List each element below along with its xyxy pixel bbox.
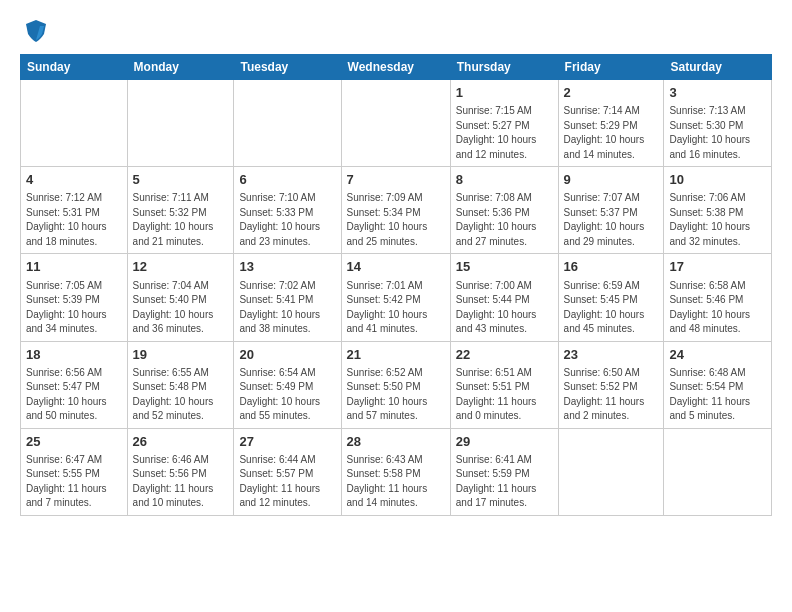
calendar-week-row: 4Sunrise: 7:12 AMSunset: 5:31 PMDaylight… [21, 167, 772, 254]
calendar-cell [21, 80, 128, 167]
calendar-cell: 10Sunrise: 7:06 AMSunset: 5:38 PMDayligh… [664, 167, 772, 254]
calendar-cell: 7Sunrise: 7:09 AMSunset: 5:34 PMDaylight… [341, 167, 450, 254]
day-number: 7 [347, 171, 445, 189]
calendar-week-row: 11Sunrise: 7:05 AMSunset: 5:39 PMDayligh… [21, 254, 772, 341]
day-number: 21 [347, 346, 445, 364]
day-number: 1 [456, 84, 553, 102]
calendar-cell: 14Sunrise: 7:01 AMSunset: 5:42 PMDayligh… [341, 254, 450, 341]
day-number: 24 [669, 346, 766, 364]
calendar: SundayMondayTuesdayWednesdayThursdayFrid… [20, 54, 772, 516]
day-number: 15 [456, 258, 553, 276]
day-number: 13 [239, 258, 335, 276]
day-info: Sunrise: 6:41 AMSunset: 5:59 PMDaylight:… [456, 453, 553, 511]
calendar-cell: 24Sunrise: 6:48 AMSunset: 5:54 PMDayligh… [664, 341, 772, 428]
day-info: Sunrise: 7:02 AMSunset: 5:41 PMDaylight:… [239, 279, 335, 337]
day-info: Sunrise: 6:47 AMSunset: 5:55 PMDaylight:… [26, 453, 122, 511]
day-info: Sunrise: 7:10 AMSunset: 5:33 PMDaylight:… [239, 191, 335, 249]
calendar-cell: 9Sunrise: 7:07 AMSunset: 5:37 PMDaylight… [558, 167, 664, 254]
day-info: Sunrise: 6:50 AMSunset: 5:52 PMDaylight:… [564, 366, 659, 424]
day-number: 25 [26, 433, 122, 451]
calendar-cell: 29Sunrise: 6:41 AMSunset: 5:59 PMDayligh… [450, 428, 558, 515]
calendar-week-row: 25Sunrise: 6:47 AMSunset: 5:55 PMDayligh… [21, 428, 772, 515]
day-number: 27 [239, 433, 335, 451]
day-info: Sunrise: 6:52 AMSunset: 5:50 PMDaylight:… [347, 366, 445, 424]
day-info: Sunrise: 7:09 AMSunset: 5:34 PMDaylight:… [347, 191, 445, 249]
calendar-cell: 17Sunrise: 6:58 AMSunset: 5:46 PMDayligh… [664, 254, 772, 341]
day-info: Sunrise: 6:59 AMSunset: 5:45 PMDaylight:… [564, 279, 659, 337]
weekday-header: Saturday [664, 55, 772, 80]
day-number: 3 [669, 84, 766, 102]
weekday-header-row: SundayMondayTuesdayWednesdayThursdayFrid… [21, 55, 772, 80]
day-info: Sunrise: 6:43 AMSunset: 5:58 PMDaylight:… [347, 453, 445, 511]
logo-icon [22, 16, 50, 44]
day-number: 4 [26, 171, 122, 189]
day-info: Sunrise: 6:51 AMSunset: 5:51 PMDaylight:… [456, 366, 553, 424]
day-info: Sunrise: 7:04 AMSunset: 5:40 PMDaylight:… [133, 279, 229, 337]
weekday-header: Thursday [450, 55, 558, 80]
calendar-week-row: 18Sunrise: 6:56 AMSunset: 5:47 PMDayligh… [21, 341, 772, 428]
calendar-week-row: 1Sunrise: 7:15 AMSunset: 5:27 PMDaylight… [21, 80, 772, 167]
weekday-header: Friday [558, 55, 664, 80]
logo-text [20, 16, 50, 44]
calendar-cell: 16Sunrise: 6:59 AMSunset: 5:45 PMDayligh… [558, 254, 664, 341]
day-number: 10 [669, 171, 766, 189]
calendar-cell: 28Sunrise: 6:43 AMSunset: 5:58 PMDayligh… [341, 428, 450, 515]
day-info: Sunrise: 7:12 AMSunset: 5:31 PMDaylight:… [26, 191, 122, 249]
day-number: 22 [456, 346, 553, 364]
day-info: Sunrise: 7:14 AMSunset: 5:29 PMDaylight:… [564, 104, 659, 162]
calendar-cell [664, 428, 772, 515]
day-info: Sunrise: 7:13 AMSunset: 5:30 PMDaylight:… [669, 104, 766, 162]
calendar-cell: 3Sunrise: 7:13 AMSunset: 5:30 PMDaylight… [664, 80, 772, 167]
day-info: Sunrise: 6:55 AMSunset: 5:48 PMDaylight:… [133, 366, 229, 424]
day-number: 28 [347, 433, 445, 451]
day-number: 5 [133, 171, 229, 189]
calendar-cell [558, 428, 664, 515]
day-info: Sunrise: 7:01 AMSunset: 5:42 PMDaylight:… [347, 279, 445, 337]
calendar-cell: 13Sunrise: 7:02 AMSunset: 5:41 PMDayligh… [234, 254, 341, 341]
header [20, 16, 772, 44]
day-number: 9 [564, 171, 659, 189]
day-number: 18 [26, 346, 122, 364]
calendar-cell: 19Sunrise: 6:55 AMSunset: 5:48 PMDayligh… [127, 341, 234, 428]
calendar-cell: 22Sunrise: 6:51 AMSunset: 5:51 PMDayligh… [450, 341, 558, 428]
day-info: Sunrise: 7:11 AMSunset: 5:32 PMDaylight:… [133, 191, 229, 249]
day-info: Sunrise: 6:58 AMSunset: 5:46 PMDaylight:… [669, 279, 766, 337]
weekday-header: Monday [127, 55, 234, 80]
calendar-cell: 26Sunrise: 6:46 AMSunset: 5:56 PMDayligh… [127, 428, 234, 515]
calendar-cell: 15Sunrise: 7:00 AMSunset: 5:44 PMDayligh… [450, 254, 558, 341]
calendar-cell: 4Sunrise: 7:12 AMSunset: 5:31 PMDaylight… [21, 167, 128, 254]
logo [20, 16, 50, 44]
day-info: Sunrise: 7:08 AMSunset: 5:36 PMDaylight:… [456, 191, 553, 249]
day-number: 20 [239, 346, 335, 364]
day-info: Sunrise: 6:54 AMSunset: 5:49 PMDaylight:… [239, 366, 335, 424]
calendar-cell [341, 80, 450, 167]
calendar-cell: 27Sunrise: 6:44 AMSunset: 5:57 PMDayligh… [234, 428, 341, 515]
day-number: 2 [564, 84, 659, 102]
page: SundayMondayTuesdayWednesdayThursdayFrid… [0, 0, 792, 526]
day-number: 23 [564, 346, 659, 364]
calendar-cell: 11Sunrise: 7:05 AMSunset: 5:39 PMDayligh… [21, 254, 128, 341]
calendar-cell: 5Sunrise: 7:11 AMSunset: 5:32 PMDaylight… [127, 167, 234, 254]
day-number: 26 [133, 433, 229, 451]
calendar-cell: 1Sunrise: 7:15 AMSunset: 5:27 PMDaylight… [450, 80, 558, 167]
calendar-cell: 21Sunrise: 6:52 AMSunset: 5:50 PMDayligh… [341, 341, 450, 428]
day-info: Sunrise: 6:46 AMSunset: 5:56 PMDaylight:… [133, 453, 229, 511]
day-info: Sunrise: 7:00 AMSunset: 5:44 PMDaylight:… [456, 279, 553, 337]
calendar-cell: 6Sunrise: 7:10 AMSunset: 5:33 PMDaylight… [234, 167, 341, 254]
day-number: 17 [669, 258, 766, 276]
day-info: Sunrise: 6:44 AMSunset: 5:57 PMDaylight:… [239, 453, 335, 511]
calendar-cell: 20Sunrise: 6:54 AMSunset: 5:49 PMDayligh… [234, 341, 341, 428]
day-number: 19 [133, 346, 229, 364]
day-number: 6 [239, 171, 335, 189]
weekday-header: Tuesday [234, 55, 341, 80]
day-number: 12 [133, 258, 229, 276]
calendar-cell: 23Sunrise: 6:50 AMSunset: 5:52 PMDayligh… [558, 341, 664, 428]
calendar-cell [234, 80, 341, 167]
day-info: Sunrise: 7:06 AMSunset: 5:38 PMDaylight:… [669, 191, 766, 249]
weekday-header: Sunday [21, 55, 128, 80]
weekday-header: Wednesday [341, 55, 450, 80]
day-info: Sunrise: 7:05 AMSunset: 5:39 PMDaylight:… [26, 279, 122, 337]
day-number: 14 [347, 258, 445, 276]
calendar-cell: 8Sunrise: 7:08 AMSunset: 5:36 PMDaylight… [450, 167, 558, 254]
day-number: 16 [564, 258, 659, 276]
